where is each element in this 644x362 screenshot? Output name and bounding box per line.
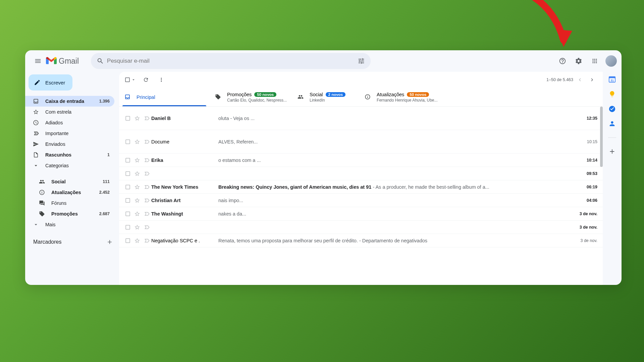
- tab-subtitle: LinkedIn: [310, 98, 345, 103]
- sidebar-item-more[interactable]: Mais: [25, 219, 114, 230]
- account-avatar[interactable]: [605, 55, 617, 67]
- search-filter-button[interactable]: [355, 54, 368, 68]
- sidebar-item-clock[interactable]: Adiados: [25, 117, 114, 128]
- row-time: 06:19: [571, 185, 597, 189]
- email-row[interactable]: 3 de nov.: [119, 221, 603, 234]
- row-checkbox[interactable]: [123, 139, 132, 145]
- help-button[interactable]: [556, 54, 569, 68]
- search-input[interactable]: [107, 58, 355, 64]
- contacts-app-button[interactable]: [608, 120, 616, 127]
- row-important[interactable]: [142, 197, 151, 203]
- row-star[interactable]: [132, 197, 142, 203]
- email-row[interactable]: Christian Artnais impo...04:06: [119, 194, 603, 207]
- row-time: 3 de nov.: [571, 212, 597, 216]
- compose-button[interactable]: Escrever: [29, 74, 72, 90]
- row-sender: Daniel B: [151, 116, 218, 121]
- row-star[interactable]: [132, 184, 142, 190]
- row-star[interactable]: [132, 157, 142, 163]
- email-row[interactable]: The Washingtnakes a da...3 de nov.: [119, 207, 603, 221]
- row-star[interactable]: [132, 238, 142, 244]
- sidebar-item-count: 2.452: [99, 190, 110, 195]
- tab-label: Social: [310, 92, 323, 97]
- get-addons-button[interactable]: [608, 148, 616, 155]
- more-button[interactable]: [156, 74, 167, 85]
- email-row[interactable]: Erikao estamos com a ...10:14: [119, 154, 603, 167]
- sidebar-item-label: Social: [51, 179, 66, 184]
- row-important[interactable]: [142, 224, 151, 230]
- sidebar-item-label: Adiados: [45, 120, 63, 125]
- tab-inbox[interactable]: Principal: [119, 88, 210, 106]
- settings-button[interactable]: [572, 54, 585, 68]
- tasks-icon: [608, 105, 616, 113]
- row-important[interactable]: [142, 184, 151, 190]
- main-menu-button[interactable]: [30, 53, 46, 69]
- tasks-app-button[interactable]: [608, 105, 616, 113]
- row-checkbox[interactable]: [123, 171, 132, 177]
- sidebar-category-people[interactable]: Social111: [31, 176, 114, 187]
- row-star[interactable]: [132, 115, 142, 121]
- scrollbar-thumb[interactable]: [600, 107, 603, 167]
- inbox-icon: [33, 98, 39, 105]
- refresh-button[interactable]: [141, 74, 151, 85]
- row-star[interactable]: [132, 139, 142, 145]
- row-sender: Docume: [151, 139, 218, 144]
- row-important[interactable]: [142, 171, 151, 177]
- row-checkbox[interactable]: [123, 157, 132, 163]
- row-sender: Christian Art: [151, 198, 218, 203]
- side-panel-divider: [608, 137, 616, 138]
- search-bar[interactable]: [91, 53, 371, 69]
- row-star[interactable]: [132, 211, 142, 217]
- email-row[interactable]: Daniel Boluta - Veja os ...12:35: [119, 107, 603, 130]
- sidebar-category-info[interactable]: Atualizações2.452: [31, 187, 114, 198]
- gmail-logo[interactable]: Gmail: [46, 57, 79, 66]
- sidebar-category-forum[interactable]: Fóruns: [31, 198, 114, 208]
- add-label-button[interactable]: [106, 239, 113, 245]
- tab-info[interactable]: Atualizações50 novosFernando Henrique Ah…: [359, 88, 443, 106]
- row-important[interactable]: [142, 139, 151, 145]
- sidebar-item-important[interactable]: Importante: [25, 128, 114, 139]
- sidebar-item-expand[interactable]: Categorias: [25, 160, 114, 171]
- forum-icon: [39, 200, 45, 206]
- row-subject: o estamos com a ...: [218, 158, 571, 163]
- tab-badge: 2 novos: [326, 92, 345, 97]
- sidebar-item-send[interactable]: Enviados: [25, 139, 114, 149]
- sidebar-item-label: Atualizações: [51, 190, 81, 195]
- row-checkbox[interactable]: [123, 115, 132, 121]
- sidebar-item-star[interactable]: Com estrela: [25, 107, 114, 117]
- calendar-app-button[interactable]: 31: [608, 76, 616, 83]
- row-important[interactable]: [142, 157, 151, 163]
- row-checkbox[interactable]: [123, 238, 132, 244]
- tune-icon: [358, 57, 365, 65]
- row-checkbox[interactable]: [123, 211, 132, 217]
- row-checkbox[interactable]: [123, 224, 132, 230]
- sidebar-item-draft[interactable]: Rascunhos1: [25, 149, 114, 160]
- prev-page-button[interactable]: [575, 74, 585, 85]
- sidebar-category-tag[interactable]: Promoções2.687: [31, 208, 114, 219]
- sidebar-item-count: 1: [107, 153, 110, 157]
- row-star[interactable]: [132, 171, 142, 177]
- row-important[interactable]: [142, 211, 151, 217]
- row-star[interactable]: [132, 224, 142, 230]
- tab-tag[interactable]: Promoções50 novosCartão Elo, Qualidoc, N…: [210, 88, 292, 106]
- row-checkbox[interactable]: [123, 184, 132, 190]
- chevron-right-icon: [589, 77, 595, 83]
- apps-button[interactable]: [588, 54, 601, 68]
- row-important[interactable]: [142, 238, 151, 244]
- email-row[interactable]: DocumeALVES, Referen...10:15: [119, 130, 603, 154]
- category-tabs: PrincipalPromoções50 novosCartão Elo, Qu…: [119, 88, 603, 107]
- sidebar-item-count: 2.687: [99, 212, 110, 216]
- keep-app-button[interactable]: [608, 90, 616, 98]
- email-row[interactable]: The New York TimesBreaking news: Quincy …: [119, 180, 603, 194]
- select-all-checkbox[interactable]: [124, 77, 136, 83]
- row-sender: Negativação SCPC e .: [151, 238, 218, 243]
- email-row[interactable]: Negativação SCPC e .Renata, temos uma pr…: [119, 234, 603, 247]
- tag-icon: [39, 210, 45, 217]
- email-row[interactable]: 09:53: [119, 167, 603, 180]
- sidebar-item-inbox[interactable]: Caixa de entrada1.396: [25, 96, 114, 107]
- next-page-button[interactable]: [587, 74, 597, 85]
- inbox-icon: [124, 94, 131, 101]
- gmail-window: Gmail Esc: [25, 50, 622, 285]
- tab-people[interactable]: Social2 novosLinkedIn: [292, 88, 359, 106]
- row-checkbox[interactable]: [123, 197, 132, 203]
- row-important[interactable]: [142, 115, 151, 121]
